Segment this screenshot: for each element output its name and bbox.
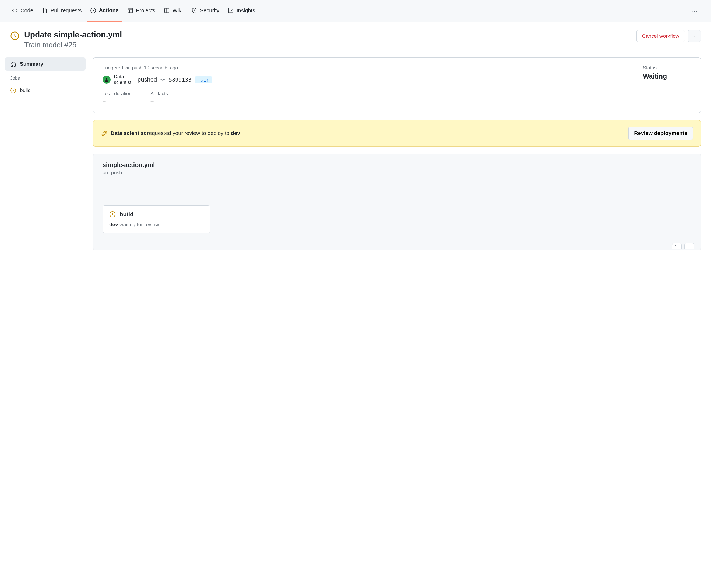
job-name: build bbox=[120, 211, 134, 218]
nav-label: Code bbox=[20, 7, 34, 14]
banner-text: Data scientist requested your review to … bbox=[111, 130, 626, 136]
fullscreen-button[interactable] bbox=[672, 243, 682, 249]
graph-icon bbox=[228, 7, 234, 14]
review-banner: Data scientist requested your review to … bbox=[93, 120, 701, 146]
clock-icon bbox=[109, 211, 116, 218]
run-title: Update simple-action.yml bbox=[24, 30, 122, 39]
main-content: Triggered via push 10 seconds ago Data s… bbox=[93, 57, 701, 250]
shield-icon bbox=[191, 7, 197, 14]
nav-actions[interactable]: Actions bbox=[87, 0, 122, 22]
fullscreen-icon bbox=[675, 244, 679, 248]
cancel-workflow-button[interactable]: Cancel workflow bbox=[637, 30, 685, 42]
status-label: Status bbox=[643, 65, 691, 71]
summary-card: Triggered via push 10 seconds ago Data s… bbox=[93, 57, 701, 113]
workflow-trigger: on: push bbox=[103, 170, 691, 176]
project-icon bbox=[127, 7, 133, 14]
sidebar-item-label: build bbox=[20, 87, 31, 93]
commit-sha[interactable]: 5899133 bbox=[169, 76, 191, 83]
workflow-graph-card: simple-action.yml on: push build dev wai… bbox=[93, 154, 701, 250]
nav-label: Projects bbox=[136, 7, 155, 14]
nav-pull-requests[interactable]: Pull requests bbox=[39, 0, 85, 22]
person-icon bbox=[104, 77, 109, 82]
run-subtitle: Train model #25 bbox=[24, 41, 122, 49]
branch-tag[interactable]: main bbox=[195, 76, 212, 83]
workflow-file: simple-action.yml bbox=[103, 161, 691, 169]
banner-env: dev bbox=[231, 130, 240, 136]
plus-icon bbox=[687, 244, 691, 248]
pull-request-icon bbox=[42, 7, 48, 14]
banner-message: requested your review to deploy to bbox=[146, 130, 231, 136]
svg-point-9 bbox=[162, 79, 164, 81]
nav-label: Insights bbox=[237, 7, 255, 14]
sidebar-item-label: Summary bbox=[20, 61, 43, 67]
repo-nav: Code Pull requests Actions Projects Wiki… bbox=[0, 0, 711, 22]
nav-label: Actions bbox=[99, 7, 118, 14]
sidebar-jobs-heading: Jobs bbox=[5, 71, 86, 84]
svg-point-1 bbox=[43, 11, 44, 13]
review-deployments-button[interactable]: Review deployments bbox=[628, 127, 693, 140]
artifacts-label: Artifacts bbox=[150, 91, 168, 96]
svg-point-2 bbox=[46, 11, 47, 13]
graph-controls bbox=[672, 243, 694, 249]
nav-insights[interactable]: Insights bbox=[225, 0, 258, 22]
commit-icon bbox=[160, 77, 166, 82]
action-text: pushed bbox=[137, 76, 157, 83]
rocket-icon bbox=[101, 130, 108, 137]
zoom-button[interactable] bbox=[684, 243, 694, 249]
job-status-text: dev waiting for review bbox=[109, 222, 203, 228]
nav-label: Security bbox=[200, 7, 219, 14]
job-card-build[interactable]: build dev waiting for review bbox=[103, 205, 210, 233]
job-env: dev bbox=[109, 222, 118, 227]
avatar bbox=[103, 75, 111, 84]
duration-label: Total duration bbox=[103, 91, 132, 96]
svg-rect-4 bbox=[128, 8, 133, 13]
sidebar: Summary Jobs build bbox=[5, 57, 86, 97]
job-status-suffix: waiting for review bbox=[118, 222, 159, 227]
sidebar-item-build[interactable]: build bbox=[5, 84, 86, 97]
nav-label: Pull requests bbox=[50, 7, 82, 14]
code-icon bbox=[12, 7, 18, 14]
svg-point-8 bbox=[106, 78, 107, 80]
duration-value: – bbox=[103, 98, 132, 105]
run-header: Update simple-action.yml Train model #25… bbox=[0, 22, 711, 52]
banner-actor: Data scientist bbox=[111, 130, 146, 136]
nav-more-button[interactable]: ⋯ bbox=[687, 7, 703, 15]
nav-security[interactable]: Security bbox=[188, 0, 222, 22]
nav-wiki[interactable]: Wiki bbox=[161, 0, 186, 22]
home-icon bbox=[10, 61, 16, 67]
run-more-button[interactable]: ⋯ bbox=[688, 30, 701, 42]
clock-icon bbox=[10, 31, 19, 40]
play-circle-icon bbox=[90, 7, 96, 14]
author-name[interactable]: Data scientist bbox=[114, 74, 134, 85]
trigger-text: Triggered via push 10 seconds ago bbox=[103, 65, 627, 71]
clock-icon bbox=[10, 87, 16, 93]
book-icon bbox=[164, 7, 170, 14]
artifacts-value: – bbox=[150, 98, 168, 105]
nav-code[interactable]: Code bbox=[8, 0, 37, 22]
sidebar-item-summary[interactable]: Summary bbox=[5, 57, 86, 71]
nav-projects[interactable]: Projects bbox=[124, 0, 158, 22]
nav-label: Wiki bbox=[173, 7, 183, 14]
status-value: Waiting bbox=[643, 72, 691, 80]
svg-point-10 bbox=[105, 132, 106, 133]
svg-point-0 bbox=[43, 8, 44, 10]
